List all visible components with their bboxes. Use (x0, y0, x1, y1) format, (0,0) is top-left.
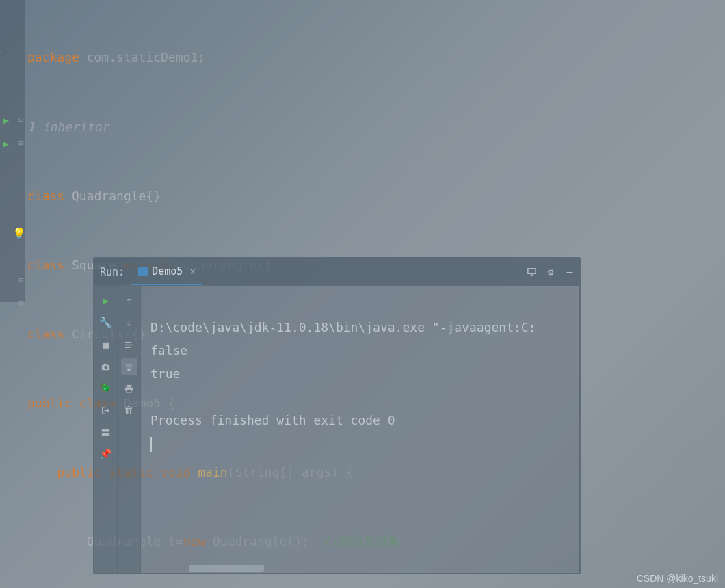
stop-icon[interactable]: ■ (98, 336, 114, 353)
console-line: D:\code\java\jdk-11.0.18\bin\java.exe "-… (150, 320, 536, 334)
application-icon (138, 267, 148, 276)
code-token: com.staticDemo1; (79, 50, 205, 64)
play-icon[interactable]: ▶ (98, 293, 114, 309)
scrollbar-thumb[interactable] (189, 565, 264, 572)
run-panel: Run: Demo5 × ⚙ — ▶ 🔧 ■ 🪲 📌 ↑ ↓ 🗑 (93, 257, 581, 574)
bug-icon[interactable]: 🪲 (98, 380, 114, 397)
run-tab[interactable]: Demo5 × (131, 258, 202, 285)
fold-icon[interactable]: ⊟ (17, 115, 25, 124)
svg-rect-8 (127, 390, 132, 392)
minimize-icon[interactable]: — (560, 263, 579, 282)
run-toolbar-right: ↑ ↓ 🗑 (118, 286, 141, 573)
arrow-up-icon[interactable]: ↑ (121, 293, 137, 309)
scroll-to-end-icon[interactable] (121, 358, 137, 375)
code-token: class (27, 189, 64, 203)
svg-rect-4 (102, 429, 109, 431)
code-token: class (27, 327, 64, 341)
bulb-icon[interactable]: 💡 (12, 227, 26, 240)
trash-icon[interactable]: 🗑 (121, 402, 137, 418)
fold-icon[interactable]: ⊟ (17, 298, 25, 308)
run-gutter-icon[interactable]: ▶ (1, 115, 11, 124)
download-icon: ⬇ (0, 44, 3, 57)
run-tab-label: Demo5 (152, 265, 183, 278)
print-icon[interactable] (121, 380, 137, 397)
console-line: Process finished with exit code 0 (150, 413, 395, 427)
console-output[interactable]: D:\code\java\jdk-11.0.18\bin\java.exe "-… (141, 286, 579, 573)
camera-icon[interactable] (98, 358, 114, 375)
inheritor-hint: 1 inheritor (27, 120, 109, 134)
layout-icon[interactable] (98, 424, 114, 440)
svg-rect-0 (527, 269, 535, 274)
run-toolbar-left: ▶ 🔧 ■ 🪲 📌 (94, 286, 118, 573)
svg-rect-5 (102, 433, 109, 436)
run-gutter-icon[interactable]: ▶ (1, 138, 11, 148)
exit-icon[interactable] (98, 402, 114, 418)
svg-rect-6 (127, 384, 132, 387)
code-token: Quadrangle{} (64, 189, 161, 203)
close-icon[interactable]: × (187, 265, 196, 278)
arrow-down-icon[interactable]: ↓ (121, 315, 137, 331)
fold-icon[interactable]: ⊟ (17, 276, 25, 285)
code-token: class (27, 258, 64, 272)
gear-icon[interactable]: ⚙ (541, 263, 560, 282)
monitor-icon[interactable] (522, 263, 541, 282)
watermark: CSDN @kiko_tsuki (637, 573, 718, 584)
run-title: Run: (94, 266, 131, 278)
editor-gutter: ⬇ ⊟ ▶ ⊟ ▶ 💡 ⊟ ⊟ (0, 0, 25, 302)
fold-icon[interactable]: ⊟ (17, 138, 25, 148)
wrap-icon[interactable] (121, 336, 137, 353)
pin-icon[interactable]: 📌 (98, 446, 114, 462)
console-caret (150, 437, 152, 452)
code-token: package (27, 50, 79, 64)
wrench-icon[interactable]: 🔧 (98, 315, 114, 331)
console-line: false (150, 343, 187, 358)
run-header: Run: Demo5 × ⚙ — (94, 258, 579, 286)
svg-point-2 (105, 366, 107, 369)
console-line: true (150, 366, 180, 381)
svg-rect-3 (104, 363, 107, 365)
